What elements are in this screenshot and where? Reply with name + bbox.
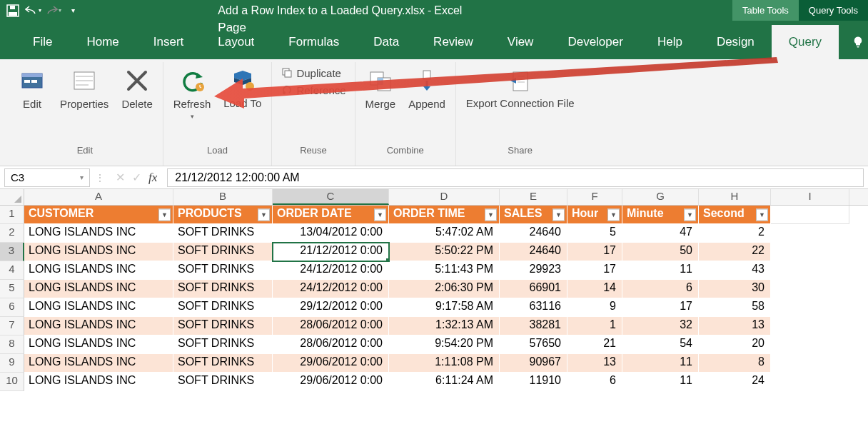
cell-C3[interactable]: 21/12/2012 0:00 — [273, 243, 389, 261]
delete-button[interactable]: Delete — [116, 64, 158, 113]
col-header-I[interactable]: I — [771, 189, 849, 205]
cell-H7[interactable]: 13 — [699, 317, 771, 335]
tab-home[interactable]: Home — [69, 25, 136, 59]
cell-F10[interactable]: 6 — [567, 373, 622, 391]
row-header-7[interactable]: 7 — [0, 317, 24, 335]
cell-D8[interactable]: 9:54:20 PM — [389, 335, 500, 354]
cell-G2[interactable]: 47 — [622, 224, 699, 243]
cell-B5[interactable]: SOFT DRINKS — [173, 280, 273, 298]
tab-view[interactable]: View — [490, 25, 551, 59]
cell-D3[interactable]: 5:50:22 PM — [389, 243, 500, 261]
cell-C10[interactable]: 29/06/2012 0:00 — [273, 373, 389, 391]
qat-customize-icon[interactable]: ▾ — [63, 0, 83, 21]
cell-B6[interactable]: SOFT DRINKS — [173, 298, 273, 317]
col-header-D[interactable]: D — [389, 189, 500, 205]
cell-A4[interactable]: LONG ISLANDS INC — [24, 261, 173, 280]
cancel-icon[interactable]: ✕ — [116, 171, 125, 184]
cell-F2[interactable]: 5 — [567, 224, 622, 243]
cell-D4[interactable]: 5:11:43 PM — [389, 261, 500, 280]
filter-icon[interactable]: ▼ — [485, 208, 497, 221]
tell-me[interactable]: Tell — [839, 25, 868, 59]
cell-G9[interactable]: 11 — [622, 354, 699, 373]
tab-formulas[interactable]: Formulas — [271, 25, 356, 59]
cell-C7[interactable]: 28/06/2012 0:00 — [273, 317, 389, 335]
redo-icon[interactable]: ▾ — [43, 0, 63, 21]
row-header-2[interactable]: 2 — [0, 224, 24, 243]
filter-icon[interactable]: ▼ — [258, 208, 270, 221]
cell-G6[interactable]: 17 — [622, 298, 699, 317]
cell-A3[interactable]: LONG ISLANDS INC — [24, 243, 173, 261]
cell-H2[interactable]: 2 — [699, 224, 771, 243]
enter-icon[interactable]: ✓ — [132, 171, 141, 184]
load-to-button[interactable]: Load To — [218, 64, 267, 113]
cell-H8[interactable]: 20 — [699, 335, 771, 354]
cell-B2[interactable]: SOFT DRINKS — [173, 224, 273, 243]
cell-I1[interactable] — [771, 206, 849, 224]
edit-button[interactable]: Edit — [11, 64, 53, 113]
reference-button[interactable]: Reference — [276, 82, 350, 98]
filter-icon[interactable]: ▼ — [684, 208, 696, 221]
name-box-resize-icon[interactable]: ⋮ — [94, 172, 106, 183]
cell-C9[interactable]: 29/06/2012 0:00 — [273, 354, 389, 373]
filter-icon[interactable]: ▼ — [607, 208, 620, 221]
cell-C5[interactable]: 24/12/2012 0:00 — [273, 280, 389, 298]
col-header-A[interactable]: A — [24, 189, 173, 205]
filter-icon[interactable]: ▼ — [756, 208, 768, 221]
cell-D10[interactable]: 6:11:24 AM — [389, 373, 500, 391]
cell-G10[interactable]: 11 — [622, 373, 699, 391]
cell-F3[interactable]: 17 — [567, 243, 622, 261]
duplicate-button[interactable]: Duplicate — [276, 65, 350, 81]
cell-B9[interactable]: SOFT DRINKS — [173, 354, 273, 373]
cell-E10[interactable]: 11910 — [500, 373, 567, 391]
cell-B3[interactable]: SOFT DRINKS — [173, 243, 273, 261]
cell-E8[interactable]: 57650 — [500, 335, 567, 354]
cell-H10[interactable]: 24 — [699, 373, 771, 391]
th-order-time[interactable]: ORDER TIME▼ — [389, 206, 500, 224]
export-connection-button[interactable]: Export Connection File — [460, 64, 580, 113]
cell-F4[interactable]: 17 — [567, 261, 622, 280]
cell-E6[interactable]: 63116 — [500, 298, 567, 317]
save-icon[interactable] — [3, 0, 23, 21]
cell-B10[interactable]: SOFT DRINKS — [173, 373, 273, 391]
merge-button[interactable]: Merge — [360, 64, 402, 113]
name-box[interactable]: C3 — [4, 168, 90, 187]
th-order-date[interactable]: ORDER DATE▼ — [273, 206, 389, 224]
undo-icon[interactable]: ▾ — [23, 0, 43, 21]
row-header-4[interactable]: 4 — [0, 261, 24, 280]
col-header-E[interactable]: E — [500, 189, 567, 205]
cell-B7[interactable]: SOFT DRINKS — [173, 317, 273, 335]
cell-F5[interactable]: 14 — [567, 280, 622, 298]
cell-F8[interactable]: 21 — [567, 335, 622, 354]
cell-H9[interactable]: 8 — [699, 354, 771, 373]
tab-insert[interactable]: Insert — [136, 25, 201, 59]
cell-A10[interactable]: LONG ISLANDS INC — [24, 373, 173, 391]
cell-I4[interactable] — [771, 261, 849, 280]
th-second[interactable]: Second▼ — [699, 206, 771, 224]
col-header-H[interactable]: H — [699, 189, 771, 205]
cell-A5[interactable]: LONG ISLANDS INC — [24, 280, 173, 298]
cell-D7[interactable]: 1:32:13 AM — [389, 317, 500, 335]
cell-G7[interactable]: 32 — [622, 317, 699, 335]
cell-F9[interactable]: 13 — [567, 354, 622, 373]
cell-F6[interactable]: 9 — [567, 298, 622, 317]
formula-input[interactable]: 21/12/2012 12:00:00 AM — [167, 168, 864, 187]
cell-G4[interactable]: 11 — [622, 261, 699, 280]
tab-query[interactable]: Query — [772, 25, 839, 59]
th-sales[interactable]: SALES▼ — [500, 206, 567, 224]
th-products[interactable]: PRODUCTS▼ — [173, 206, 273, 224]
cell-A8[interactable]: LONG ISLANDS INC — [24, 335, 173, 354]
cell-C6[interactable]: 29/12/2012 0:00 — [273, 298, 389, 317]
cell-G8[interactable]: 54 — [622, 335, 699, 354]
tab-review[interactable]: Review — [416, 25, 490, 59]
tab-page-layout[interactable]: Page Layout — [201, 11, 271, 59]
append-button[interactable]: Append — [403, 64, 451, 113]
cell-I10[interactable] — [771, 373, 849, 391]
row-header-6[interactable]: 6 — [0, 298, 24, 317]
cell-I3[interactable] — [771, 243, 849, 261]
row-header-5[interactable]: 5 — [0, 280, 24, 298]
cell-E3[interactable]: 24640 — [500, 243, 567, 261]
row-header-8[interactable]: 8 — [0, 335, 24, 354]
tab-developer[interactable]: Developer — [550, 25, 640, 59]
row-header-9[interactable]: 9 — [0, 354, 24, 373]
cell-D9[interactable]: 1:11:08 PM — [389, 354, 500, 373]
